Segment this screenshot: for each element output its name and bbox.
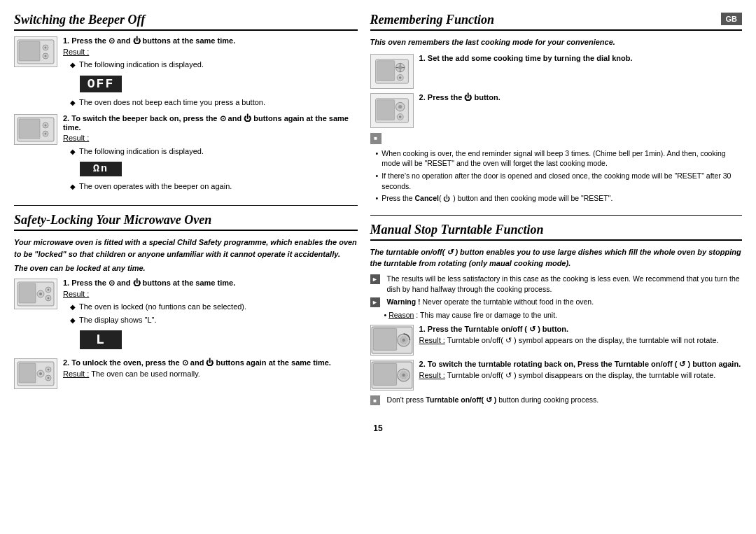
remembering-intro: This oven remembers the last cooking mod… (370, 36, 742, 48)
svg-rect-1 (19, 41, 40, 61)
gb-badge: GB (721, 13, 743, 25)
safety-step2-number: 2. (63, 358, 69, 367)
turntable-step2-text: To switch the turntable rotating back on… (428, 360, 741, 368)
diamond-icon-6: ◆ (70, 316, 76, 325)
turntable-bold-1: Turntable on/off ( ↺ ) button. (464, 325, 568, 333)
svg-rect-45 (373, 328, 396, 350)
manual-stop-title: Manual Stop Turntable Function (370, 223, 742, 241)
turntable-result-label-1: Result : (419, 336, 445, 344)
step2-number: 2. (63, 114, 69, 122)
safety-step1-text: Press the ⊙ and ⏻ buttons at the same ti… (71, 279, 235, 287)
warning-bold: Warning ! (387, 297, 421, 306)
reason-underline: Reason (388, 311, 414, 319)
beeper-step2-result: Result : (63, 133, 358, 143)
diamond-icon-5: ◆ (70, 302, 76, 312)
safety-intro-body: Your microwave oven is fitted with a spe… (14, 238, 357, 258)
svg-point-31 (398, 65, 402, 69)
arrow-icon-2: ► (370, 297, 380, 307)
svg-point-37 (398, 76, 401, 79)
oven-dial-icon (373, 59, 411, 84)
safety-step1-image (14, 279, 57, 309)
oven-icon-3 (17, 281, 55, 307)
remember-step1-text: Set the add some cooking time by turning… (428, 54, 633, 62)
left-column: Switching the Beeper Off 1. (14, 13, 358, 416)
bullet-2-2: ◆ The oven operates with the beeper on a… (70, 181, 358, 192)
diamond-icon-4: ◆ (70, 182, 76, 192)
safety-step1-bullets: ◆ The oven is locked (no funtions can be… (70, 302, 358, 352)
remember-note-3: • Press the Cancel( ⏻ ) button and then … (376, 193, 742, 204)
diamond-icon-3: ◆ (70, 147, 76, 157)
remember-note-1: • When cooking is over, the end reminder… (376, 148, 742, 169)
turntable-bold-2: Turntable on/off ( ↺ ) button again. (615, 360, 741, 368)
safety-step2-image (14, 358, 57, 389)
remember-step1-image (370, 54, 414, 89)
safety-step2-result: Result : The oven can be used normally. (63, 369, 358, 379)
svg-point-23 (39, 372, 42, 375)
remember-step2-number: 2. (419, 93, 426, 101)
safety-locking-title: Safety-Locking Your Microwave Oven (14, 213, 358, 231)
turntable-footer-note: ■ Don't press Turntable on/off( ↺ ) butt… (370, 395, 742, 405)
remember-note-2-text: If there's no operation after the door i… (382, 171, 742, 191)
beeper-step1-content: 1. Press the ⊙ and ⏻ buttons at the same… (63, 36, 358, 110)
oven-icon-1 (17, 39, 55, 64)
display-l: L (80, 330, 122, 349)
safety-step1-number: 1. (63, 279, 69, 287)
svg-point-53 (402, 374, 405, 377)
diamond-icon-2: ◆ (70, 98, 76, 108)
turntable-reason-row: • Reason : This may cause fire or damage… (370, 310, 742, 321)
safety-step1-row: 1. Press the ⊙ and ⏻ buttons at the same… (14, 279, 358, 354)
turntable-step2-result-text: Turntable on/off( ↺ ) symbol disappears … (447, 371, 716, 379)
turntable-step1-num: 1. Press the Turntable on/off ( ↺ ) butt… (419, 325, 742, 334)
display-on-container: Ωn (80, 159, 358, 179)
safety-locking-section: Safety-Locking Your Microwave Oven Your … (14, 213, 358, 389)
safety-bullet-1-2: ◆ The display shows "L". (70, 315, 358, 325)
safety-intro-text: Your microwave oven is fitted with a spe… (14, 237, 358, 260)
remember-step2-content: 2. Press the ⏻ button. (419, 93, 742, 103)
svg-rect-39 (377, 99, 394, 120)
svg-rect-7 (19, 119, 40, 139)
step1-number: 1. (63, 36, 69, 45)
turntable-step2-number: 2. (419, 360, 426, 368)
turntable-note-1-row: ► The results will be less satisfactory … (370, 274, 742, 294)
safety-bullet-1-1: ◆ The oven is locked (no funtions can be… (70, 302, 358, 312)
display-l-container: L (80, 328, 358, 352)
remember-step1-content: 1. Set the add some cooking time by turn… (419, 54, 742, 64)
safety-bullet-1-2-text: The display shows "L". (79, 315, 157, 325)
turntable-step2-content: 2. To switch the turntable rotating back… (419, 360, 742, 381)
safety-step2-row: 2. To unlock the oven, press the ⊙ and ⏻… (14, 358, 358, 389)
display-on: Ωn (80, 162, 122, 176)
beeper-step2-content: 2. To switch the beeper back on, press t… (63, 114, 358, 194)
bullet-2-2-text: The oven operates with the beeper on aga… (79, 181, 232, 192)
safety-step2-text: To unlock the oven, press the ⊙ and ⏻ bu… (71, 358, 331, 367)
svg-point-11 (45, 133, 47, 135)
safety-step1-result: Result : (63, 289, 358, 300)
turntable-note-2-text: Warning ! Never operate the turntable wi… (387, 297, 594, 307)
oven-icon-4 (17, 361, 55, 386)
remembering-title: Remembering Function (370, 13, 742, 31)
beeper-step2-image (14, 114, 57, 145)
page-number: 15 (14, 423, 742, 433)
turntable-step1-content: 1. Press the Turntable on/off ( ↺ ) butt… (419, 325, 742, 346)
result-label-1: Result : (63, 48, 89, 56)
arrow-icon-1: ► (370, 274, 380, 284)
turntable-step1-row: 1. Press the Turntable on/off ( ↺ ) butt… (370, 325, 742, 356)
remember-note-2: • If there's no operation after the door… (376, 171, 742, 191)
switching-beeper-title: Switching the Beeper Off (14, 13, 358, 31)
dot-1: • (376, 148, 379, 159)
svg-point-4 (45, 47, 47, 49)
beeper-step2-num: 2. To switch the beeper back on, press t… (63, 114, 358, 132)
bullet-1-1-text: The following indication is displayed. (79, 59, 204, 70)
manual-stop-section: Manual Stop Turntable Function The turnt… (370, 223, 742, 405)
beeper-step1-num: 1. Press the ⊙ and ⏻ buttons at the same… (63, 36, 358, 45)
footer-bold: Turntable on/off( ↺ ) (426, 395, 496, 404)
svg-point-10 (45, 125, 47, 127)
turntable-step2-image (370, 360, 414, 391)
divider-2 (370, 215, 742, 216)
note-icon-small: ■ (370, 133, 382, 144)
divider-1 (14, 205, 358, 206)
page-container: Switching the Beeper Off 1. (14, 13, 742, 416)
safety-step2-content: 2. To unlock the oven, press the ⊙ and ⏻… (63, 358, 358, 379)
remember-step2-text: Press the ⏻ button. (428, 93, 500, 101)
remembering-section: Remembering Function This oven remembers… (370, 13, 742, 204)
svg-rect-13 (19, 283, 36, 303)
